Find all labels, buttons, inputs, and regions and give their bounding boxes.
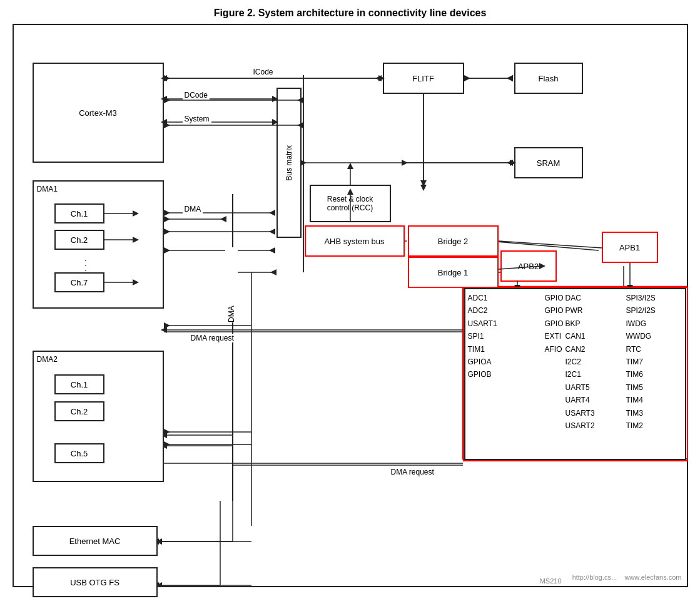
flitf-box: FLITF [383,63,464,94]
apb1-box: APB1 [602,232,658,263]
svg-marker-60 [164,210,170,216]
svg-line-104 [499,241,602,248]
svg-marker-67 [269,247,275,254]
cortex-m3-box: Cortex-M3 [33,63,164,163]
icode-label: ICode [251,68,275,76]
svg-marker-63 [164,229,170,235]
flash-label: Flash [539,74,559,83]
id-label: MS210 [540,577,562,585]
svg-marker-66 [164,247,170,254]
dma2-ch1-box: Ch.1 [54,374,104,394]
bus-matrix-label: Bus matrix [276,88,302,238]
usb-otg-box: USB OTG FS [33,567,158,597]
svg-marker-21 [220,216,226,222]
sram-label: SRAM [537,158,561,168]
bridge2-box: Bridge 2 [408,225,499,257]
periph-apb1-left: DACPWRBKPCAN1CAN2I2C2I2C1UART5UART4USART… [563,288,627,460]
watermark: http://blog.cs... www.elecfans.com [572,573,682,581]
dma-top-label: DMA [183,205,203,213]
apb2-label: APB2 [518,262,539,271]
ethernet-mac-label: Ethernet MAC [69,537,121,546]
svg-marker-64 [269,229,275,235]
ahb-label: AHB system bus [324,237,384,246]
svg-marker-1 [164,75,170,81]
system-label: System [183,115,211,123]
svg-marker-4 [164,97,170,103]
dma-req2-label: DMA request [389,468,436,476]
ahb-bus-box: AHB system bus [305,225,405,257]
apb2-box: APB2 [500,250,557,282]
svg-marker-24 [164,322,170,329]
svg-marker-90 [507,75,513,81]
svg-marker-61 [269,210,275,216]
rcc-box: Reset & clockcontrol (RCC) [310,185,391,222]
svg-marker-15 [402,160,408,166]
svg-marker-13 [420,185,427,191]
dcode-label: DCode [183,91,210,100]
svg-line-30 [489,241,599,250]
svg-marker-16 [507,160,513,166]
page-title: Figure 2. System architecture in connect… [0,0,700,24]
svg-marker-26 [164,429,170,435]
svg-marker-2 [375,75,382,81]
dma2-ch2-box: Ch.2 [54,401,104,421]
dma2-ch5-box: Ch.5 [54,443,104,463]
dma-req1-label: DMA request [189,334,236,342]
diagram-wrapper: Cortex-M3 FLITF Flash SRAM Bus matrix Re… [13,24,688,587]
svg-marker-11 [507,75,513,81]
usb-otg-label: USB OTG FS [70,578,119,587]
dma2-label: DMA2 [37,355,58,364]
dma1-ch2-box: Ch.2 [54,230,104,250]
svg-marker-72 [161,327,167,333]
periph-apb2-left: ADC1ADC2USART1SPI1TIM1GPIOAGPIOB [464,288,545,460]
flash-box: Flash [514,63,583,94]
bridge1-box: Bridge 1 [408,257,499,288]
dma1-ch1-box: Ch.1 [54,203,104,223]
svg-marker-43 [347,163,353,169]
bridge1-label: Bridge 1 [438,268,468,277]
sram-box: SRAM [514,147,583,178]
bridge2-label: Bridge 2 [438,237,468,246]
cortex-m3-label: Cortex-M3 [79,108,117,118]
svg-marker-7 [164,122,170,128]
dma1-ch7-box: Ch.7 [54,272,104,292]
dma1-label: DMA1 [37,185,58,193]
svg-marker-20 [164,216,170,222]
svg-marker-113 [420,180,427,187]
periph-apb1-right: SPI3/I2SSPI2/I2SIWDGWWDGRTCTIM7TIM6TIM5T… [624,288,686,460]
rcc-label: Reset & clockcontrol (RCC) [327,195,373,212]
apb1-label: APB1 [619,243,640,252]
svg-marker-70 [270,269,276,275]
flitf-label: FLITF [412,74,434,83]
svg-marker-10 [464,75,470,81]
svg-marker-28 [164,441,170,448]
dma-mid-label: DMA [225,247,238,322]
ethernet-mac-box: Ethernet MAC [33,526,158,556]
